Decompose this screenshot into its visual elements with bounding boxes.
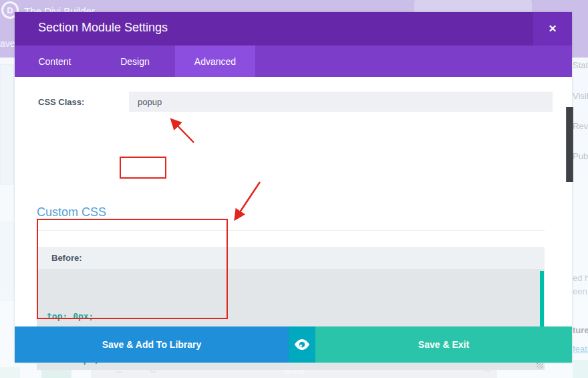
tab-design-label: Design bbox=[120, 56, 150, 67]
tab-content[interactable]: Content bbox=[15, 45, 95, 77]
modal-scrollbar-thumb[interactable] bbox=[566, 107, 573, 182]
tab-design[interactable]: Design bbox=[95, 45, 175, 77]
settings-tabbar: Content Design Advanced bbox=[15, 45, 572, 77]
before-field-header: Before: bbox=[37, 247, 545, 269]
css-class-label: CSS Class: bbox=[38, 97, 84, 107]
section-module-settings-modal: Section Module Settings ✕ Content Design… bbox=[15, 12, 572, 363]
preview-button[interactable] bbox=[289, 326, 315, 363]
css-class-input[interactable] bbox=[129, 92, 553, 112]
before-label: Before: bbox=[51, 253, 82, 263]
modal-header: Section Module Settings ✕ bbox=[15, 12, 572, 45]
code-line: top: 0px; bbox=[47, 309, 198, 324]
tab-advanced[interactable]: Advanced bbox=[175, 45, 255, 77]
custom-css-heading: Custom CSS bbox=[37, 205, 545, 231]
modal-title: Section Module Settings bbox=[38, 21, 168, 35]
save-exit-button[interactable]: Save & Exit bbox=[315, 326, 572, 363]
save-add-library-button[interactable]: Save & Add To Library bbox=[15, 326, 289, 363]
tab-content-label: Content bbox=[38, 56, 71, 67]
screen: D The Divi Builder ave Statu Visib Revis… bbox=[0, 0, 588, 378]
eye-icon bbox=[294, 339, 310, 350]
close-icon[interactable]: ✕ bbox=[533, 12, 572, 45]
modal-body: CSS Class: Custom CSS Before: top: 0px; … bbox=[15, 77, 572, 326]
tab-advanced-label: Advanced bbox=[194, 56, 236, 67]
annotation-box-css-class bbox=[120, 157, 166, 179]
editor-resize-handle[interactable] bbox=[537, 362, 543, 369]
modal-footer: Save & Add To Library Save & Exit bbox=[15, 326, 572, 363]
